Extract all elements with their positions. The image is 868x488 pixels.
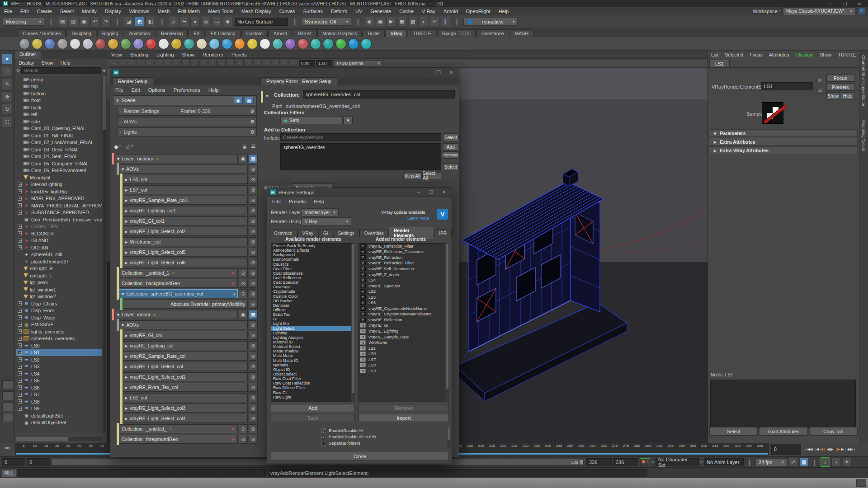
enabled-flag-badge[interactable]: N bbox=[360, 323, 366, 328]
shelf-tab-fx[interactable]: FX bbox=[189, 29, 204, 37]
workspace-lock-icon[interactable]: ⚿ bbox=[858, 8, 865, 15]
expand-plus-icon[interactable]: + bbox=[18, 371, 22, 375]
menu-uv[interactable]: UV bbox=[351, 8, 366, 15]
added-element-ls7[interactable]: NLS7 bbox=[359, 357, 445, 363]
scene-visibility-icon[interactable]: ◉ bbox=[234, 97, 243, 104]
menu-create[interactable]: Create bbox=[33, 8, 56, 15]
save-preset-button[interactable]: Save bbox=[271, 414, 355, 422]
available-element-material-select[interactable]: Material Select bbox=[271, 344, 351, 349]
disable-icon[interactable]: ⊘ bbox=[249, 175, 258, 184]
collection-members-list[interactable]: sphereBG_overrides bbox=[280, 143, 441, 170]
character-set-chevron-icon[interactable]: ▿ bbox=[651, 459, 654, 465]
expand-chevron-icon[interactable]: ▾ bbox=[122, 166, 124, 172]
gear-icon[interactable]: ⚙ bbox=[250, 129, 255, 135]
available-element-coat-filter[interactable]: Coat Filter bbox=[271, 267, 351, 271]
scene-row-render-settings[interactable]: ⁞⁞Render SettingsFrame: 0-336⚙ bbox=[118, 107, 257, 116]
ae-menu-focus[interactable]: Focus bbox=[746, 52, 766, 58]
focus-button[interactable]: Focus bbox=[826, 74, 854, 82]
scene-header-row[interactable]: ▾ Scene ◉ ▦ bbox=[113, 95, 257, 105]
menu-deform[interactable]: Deform bbox=[327, 8, 351, 15]
available-element-diffuse[interactable]: Diffuse bbox=[271, 308, 351, 312]
drag-grip-icon[interactable]: ⁞⁞ bbox=[120, 120, 121, 124]
gamma-field[interactable]: 1.00 bbox=[316, 60, 332, 66]
shelf-tab-curves-surfaces[interactable]: Curves / Surfaces bbox=[18, 29, 66, 37]
added-element-vrayre-reflection-glossiness[interactable]: YvrayRE_Reflection_Glossiness bbox=[359, 249, 445, 255]
select-by-component-icon[interactable]: ◧ bbox=[146, 17, 155, 26]
select-by-hierarchy-icon[interactable]: ◪ bbox=[124, 17, 133, 26]
outliner-item-cam-03-desk-final[interactable]: Cam_03_Desk_FINAL bbox=[16, 146, 102, 153]
expand-chevron-icon[interactable]: ▾ bbox=[122, 291, 124, 296]
expand-plus-icon[interactable]: + bbox=[18, 379, 22, 383]
vray-shelf-tool-icon[interactable] bbox=[108, 38, 118, 49]
move-tool-icon[interactable]: ✥ bbox=[2, 91, 13, 102]
tree-row-aovs[interactable]: ▾AOVs⊘ bbox=[117, 164, 258, 174]
outliner-item-cam-01-sill-final[interactable]: Cam_01_Sill_FINAL bbox=[16, 132, 102, 139]
isolate-icon[interactable]: ⊙ bbox=[239, 279, 248, 288]
attribute-editor-tab[interactable]: LS1 bbox=[709, 60, 730, 67]
collection-member-item[interactable]: sphereBG_overrides bbox=[281, 144, 441, 151]
maximize-button[interactable]: ❐ bbox=[839, 1, 851, 6]
hide-button[interactable]: Hide bbox=[841, 92, 854, 99]
added-list-scrollbar[interactable] bbox=[445, 243, 449, 402]
outliner-menu-show[interactable]: Show bbox=[38, 60, 57, 66]
outliner-item-mari-env-approved[interactable]: +➤MARI_ENV_APPROVED bbox=[16, 195, 102, 202]
tree-row-body[interactable]: ▾AOVs bbox=[119, 320, 248, 329]
drag-grip-icon[interactable]: ⁞⁞ bbox=[120, 109, 121, 113]
create-layer-icon[interactable]: ◆⁺ bbox=[114, 143, 122, 150]
shelf-tab-rigging[interactable]: Rigging bbox=[97, 29, 123, 37]
enabled-flag-badge[interactable]: Y bbox=[360, 255, 366, 260]
available-list-scrollbar[interactable] bbox=[351, 243, 355, 402]
snap-to-grid-icon[interactable]: # bbox=[169, 17, 178, 26]
disable-icon[interactable]: ⊘ bbox=[249, 352, 258, 361]
enabled-flag-badge[interactable]: Y bbox=[360, 261, 366, 265]
play-backwards-button[interactable]: ◀ bbox=[826, 446, 830, 453]
enabled-flag-badge[interactable]: N bbox=[360, 363, 366, 367]
tree-row-body[interactable]: Collection:backgroundGeo➤ bbox=[119, 279, 238, 288]
tree-row-indoor[interactable]: ▾Layer:indoor⚠◉▦ bbox=[112, 310, 258, 319]
tree-row-body[interactable]: ▸vrayRE_Sample_Rate_col1 bbox=[123, 196, 248, 205]
shaded-icon[interactable]: ▫ bbox=[236, 60, 244, 67]
menu-openflight[interactable]: OpenFlight bbox=[462, 8, 495, 15]
layer-renderable-icon[interactable]: ▦ bbox=[249, 310, 258, 319]
expand-plus-icon[interactable]: + bbox=[18, 315, 22, 319]
disable-icon[interactable]: ⊘ bbox=[249, 185, 258, 194]
disable-icon[interactable]: ⊘ bbox=[249, 404, 258, 413]
tree-row-body[interactable]: ▸vrayRE_Light_Select_col4 bbox=[123, 414, 248, 423]
symmetry-dropdown[interactable]: Symmetry: Off▾ bbox=[302, 18, 351, 26]
render-setup-menu-help[interactable]: Help bbox=[204, 86, 223, 94]
copy-tab-button[interactable]: Copy Tab bbox=[809, 427, 858, 436]
snap-to-curve-icon[interactable]: ↪ bbox=[179, 17, 189, 26]
step-forward-key-button[interactable]: ❘▶ bbox=[834, 446, 840, 453]
tree-row-body[interactable]: Absolute Override:primaryVisibility bbox=[123, 300, 248, 309]
load-to-left-icon[interactable]: ⇱ bbox=[816, 78, 823, 84]
disable-icon[interactable]: ⊘ bbox=[249, 268, 258, 277]
shelf-tab-substance[interactable]: Substance bbox=[476, 29, 509, 37]
fps-dropdown[interactable]: 24 fps▾ bbox=[755, 458, 787, 466]
disable-icon[interactable]: ⊘ bbox=[249, 300, 258, 309]
available-element-dr-bucket[interactable]: DR Bucket bbox=[271, 299, 351, 303]
close-button[interactable]: ✕ bbox=[446, 70, 456, 75]
vray-shelf-tool-icon[interactable] bbox=[310, 38, 321, 49]
search-options-chevron-icon[interactable]: ▾ bbox=[103, 68, 105, 74]
outliner-item-bottom[interactable]: bottom bbox=[16, 90, 102, 97]
expand-plus-icon[interactable]: + bbox=[18, 211, 22, 215]
outliner-item-maya-procedural-approved[interactable]: +➤MAYA_PROCEDURAL_APPROVED bbox=[16, 202, 102, 209]
show-button[interactable]: Show bbox=[826, 92, 840, 99]
menu-help[interactable]: Help bbox=[495, 8, 513, 15]
enabled-flag-badge[interactable]: Y bbox=[360, 278, 366, 282]
wireframe-icon[interactable]: ▫ bbox=[226, 60, 235, 67]
outliner-item-rimlight-l[interactable]: rimLight_L bbox=[16, 272, 102, 279]
disable-icon[interactable]: ⊘ bbox=[249, 424, 258, 433]
menu-modify[interactable]: Modify bbox=[78, 8, 100, 15]
available-element-raw-coat-reflection[interactable]: Raw Coat Reflection bbox=[271, 381, 351, 385]
playblast-icon[interactable]: ▦ bbox=[799, 457, 809, 467]
close-render-settings-button[interactable]: Close bbox=[271, 452, 449, 461]
outliner-item-spherebg-still[interactable]: ✦sphereBG_still bbox=[16, 251, 102, 258]
vray-shelf-tool-icon[interactable] bbox=[146, 38, 156, 49]
available-element-multi-matte[interactable]: Multi Matte bbox=[271, 353, 351, 358]
anim-layer-chevron-icon[interactable]: ▿ bbox=[700, 459, 703, 465]
render-view-icon[interactable]: ◐ bbox=[419, 17, 429, 26]
new-scene-icon[interactable]: ▤ bbox=[58, 17, 67, 26]
filter-type-dropdown[interactable]: ◉ Sets bbox=[280, 116, 343, 124]
vray-shelf-tool-icon[interactable] bbox=[19, 38, 30, 49]
